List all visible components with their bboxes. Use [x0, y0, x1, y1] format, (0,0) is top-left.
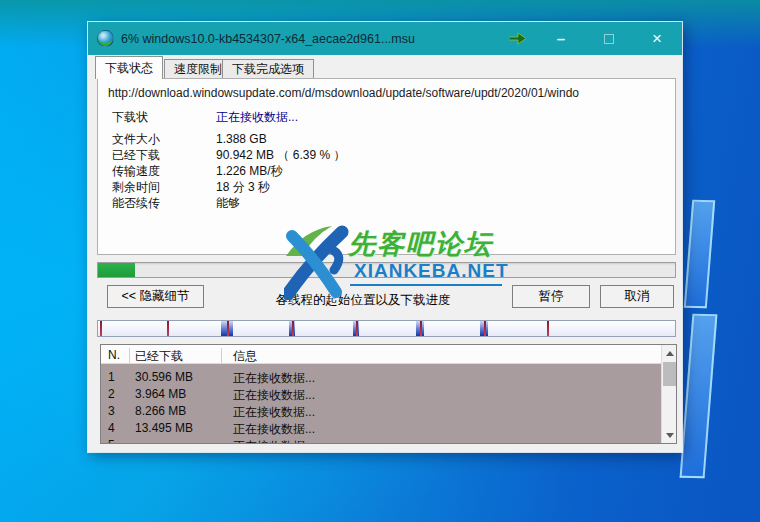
- table-header[interactable]: N. 已经下载 信息: [101, 345, 661, 364]
- thread-start-tick: [227, 321, 229, 336]
- status-panel: http://download.windowsupdate.com/d/msdo…: [97, 78, 676, 255]
- idm-download-window: 6% windows10.0-kb4534307-x64_aecae2d961.…: [88, 22, 682, 452]
- column-divider[interactable]: [129, 348, 130, 363]
- resume-label: 能否续传: [112, 195, 216, 212]
- thread-start-tick: [292, 321, 294, 336]
- thread-row[interactable]: 5 正在接收数据...: [101, 436, 661, 444]
- thread-row[interactable]: 4 13.495 MB 正在接收数据...: [101, 419, 661, 436]
- close-button[interactable]: ×: [640, 22, 674, 55]
- thread-downloaded: 13.495 MB: [135, 421, 193, 435]
- speed-label: 传输速度: [112, 163, 216, 180]
- thread-row[interactable]: 2 3.964 MB 正在接收数据...: [101, 385, 661, 402]
- thread-downloaded: 8.266 MB: [135, 404, 186, 418]
- thread-start-tick: [100, 321, 102, 336]
- column-divider[interactable]: [221, 348, 222, 363]
- download-arrow-icon: [500, 22, 534, 55]
- thread-number: 3: [108, 404, 115, 418]
- downloaded-value: 90.942 MB （ 6.39 % ）: [216, 148, 345, 162]
- idm-app-icon: [97, 30, 114, 47]
- thread-start-tick: [547, 321, 549, 336]
- thread-number: 5: [108, 438, 115, 444]
- filesize-row: 文件大小1.388 GB: [112, 131, 672, 148]
- thread-downloaded: 30.596 MB: [135, 370, 193, 384]
- resume-value: 能够: [216, 196, 240, 210]
- time-left-value: 18 分 3 秒: [216, 180, 270, 194]
- windows-logo-pane: [684, 200, 715, 308]
- resume-row: 能否续传能够: [112, 195, 672, 212]
- filesize-label: 文件大小: [112, 131, 216, 148]
- maximize-icon: [604, 34, 614, 44]
- thread-downloaded: 3.964 MB: [135, 387, 186, 401]
- downloaded-label: 已经下载: [112, 147, 216, 164]
- time-left-label: 剩余时间: [112, 179, 216, 196]
- cancel-button[interactable]: 取消: [600, 285, 674, 308]
- thread-start-tick: [167, 321, 169, 336]
- watermark-underline: [350, 284, 502, 286]
- download-url: http://download.windowsupdate.com/d/msdo…: [108, 86, 670, 100]
- thread-start-tick: [420, 321, 422, 336]
- downloaded-row: 已经下载90.942 MB （ 6.39 % ）: [112, 147, 672, 164]
- threads-caption: 各线程的起始位置以及下载进度: [213, 292, 513, 309]
- table-body: 1 30.596 MB 正在接收数据... 2 3.964 MB 正在接收数据.…: [101, 364, 661, 443]
- desktop-wallpaper: 6% windows10.0-kb4534307-x64_aecae2d961.…: [0, 0, 760, 522]
- progress-fill: [98, 263, 135, 277]
- thread-start-tick: [484, 321, 486, 336]
- col-header-n[interactable]: N.: [108, 348, 120, 362]
- scroll-up-icon[interactable]: [662, 345, 677, 361]
- overall-progress-bar: [97, 262, 676, 278]
- col-header-info[interactable]: 信息: [233, 348, 257, 365]
- scrollbar-thumb[interactable]: [663, 362, 676, 386]
- window-title: 6% windows10.0-kb4534307-x64_aecae2d961.…: [121, 32, 415, 46]
- speed-row: 传输速度1.226 MB/秒: [112, 163, 672, 180]
- thread-row[interactable]: 1 30.596 MB 正在接收数据...: [101, 368, 661, 385]
- status-label: 下载状: [112, 109, 216, 126]
- maximize-button[interactable]: [594, 22, 624, 55]
- time-left-row: 剩余时间18 分 3 秒: [112, 179, 672, 196]
- windows-logo-pane: [680, 314, 718, 478]
- hide-details-button[interactable]: << 隐藏细节: [107, 285, 204, 308]
- titlebar[interactable]: 6% windows10.0-kb4534307-x64_aecae2d961.…: [88, 22, 682, 55]
- minimize-button[interactable]: –: [546, 22, 576, 55]
- threads-table: N. 已经下载 信息 1 30.596 MB 正在接收数据... 2 3.964…: [100, 344, 677, 444]
- thread-start-tick: [356, 321, 358, 336]
- filesize-value: 1.388 GB: [216, 132, 267, 146]
- thread-row[interactable]: 3 8.266 MB 正在接收数据...: [101, 402, 661, 419]
- table-scrollbar[interactable]: [661, 345, 676, 443]
- col-header-downloaded[interactable]: 已经下载: [135, 348, 183, 365]
- pause-button[interactable]: 暂停: [512, 285, 590, 308]
- speed-value: 1.226 MB/秒: [216, 164, 283, 178]
- scroll-down-icon[interactable]: [662, 427, 677, 443]
- thread-info: 正在接收数据...: [233, 438, 315, 444]
- tab-on-complete-options[interactable]: 下载完成选项: [222, 59, 314, 79]
- thread-number: 1: [108, 370, 115, 384]
- thread-number: 4: [108, 421, 115, 435]
- thread-number: 2: [108, 387, 115, 401]
- thread-progress-bar: [97, 320, 676, 337]
- tab-download-status[interactable]: 下载状态: [95, 56, 163, 79]
- status-value: 正在接收数据...: [216, 110, 298, 124]
- status-row: 下载状正在接收数据...: [112, 109, 672, 126]
